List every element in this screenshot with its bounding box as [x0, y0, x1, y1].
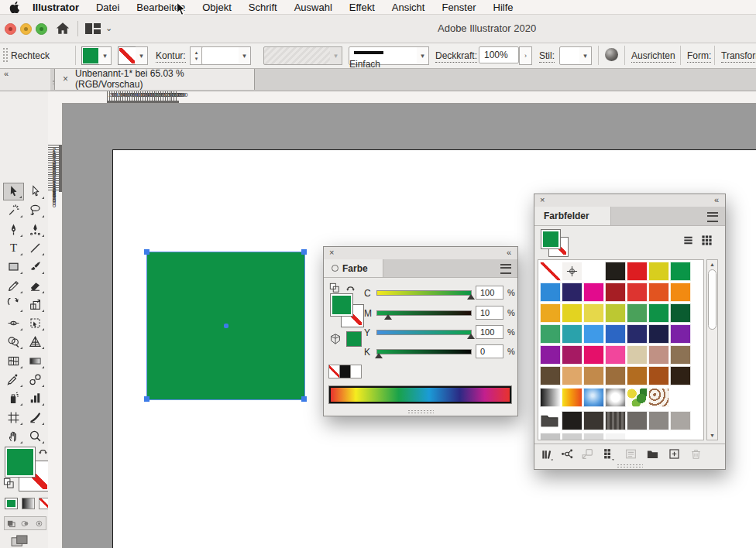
swatch[interactable]: [583, 345, 604, 365]
swatch[interactable]: [648, 411, 669, 430]
swatch[interactable]: [583, 303, 604, 323]
slider-thumb-C[interactable]: [467, 294, 475, 300]
swatch[interactable]: [562, 388, 582, 407]
align-link[interactable]: Ausrichten: [631, 50, 675, 63]
tool-line-segment[interactable]: [25, 239, 46, 257]
color-mode-button[interactable]: [5, 498, 18, 509]
stroke-weight-chevron[interactable]: ▾: [239, 46, 251, 65]
opacity-chevron[interactable]: ›: [519, 46, 532, 65]
brush-definition-select[interactable]: Einfach: [349, 46, 418, 65]
slider-track-Y[interactable]: [376, 330, 472, 335]
swatch[interactable]: [670, 411, 691, 430]
dock-collapse-icon[interactable]: «: [4, 69, 9, 78]
swatch[interactable]: [605, 262, 626, 281]
swatch-registration[interactable]: [562, 262, 582, 281]
menu-item-auswahl[interactable]: Auswahl: [286, 2, 341, 13]
tool-symbol-sprayer[interactable]: [3, 389, 24, 407]
panel-menu-icon[interactable]: [500, 264, 511, 274]
slider-value-Y[interactable]: 100: [476, 325, 503, 339]
new-swatch-icon[interactable]: [668, 447, 681, 461]
swatch[interactable]: [670, 345, 691, 365]
in-gamut-color-swatch[interactable]: [346, 331, 362, 347]
swatch[interactable]: [583, 366, 604, 385]
document-tab[interactable]: × Unbenannt-1* bei 65.03 % (RGB/Vorschau…: [54, 68, 255, 90]
tool-rectangle[interactable]: [3, 258, 24, 276]
tool-zoom[interactable]: [25, 427, 46, 445]
selection-handle[interactable]: [301, 396, 307, 402]
tool-magic-wand[interactable]: [3, 201, 24, 219]
none-swatch[interactable]: [328, 365, 340, 378]
fill-color-swatch[interactable]: [81, 46, 100, 65]
swatch[interactable]: [648, 262, 669, 281]
ruler-corner[interactable]: [48, 91, 63, 104]
out-of-gamut-cube-icon[interactable]: [329, 333, 342, 348]
color-group-folder[interactable]: [540, 411, 561, 430]
home-icon[interactable]: [55, 21, 70, 36]
swatch[interactable]: [540, 283, 561, 302]
swatch[interactable]: [605, 345, 626, 365]
stroke-color-swatch[interactable]: [118, 46, 136, 65]
swatch[interactable]: [562, 283, 582, 302]
slider-thumb-K[interactable]: [375, 353, 383, 358]
swatch[interactable]: [562, 433, 582, 440]
swatch[interactable]: [540, 366, 561, 385]
window-close-button[interactable]: [5, 23, 16, 35]
swatch[interactable]: [670, 303, 691, 323]
transform-link[interactable]: Transform: [721, 50, 756, 63]
tab-farbe[interactable]: Farbe: [324, 259, 383, 277]
tool-pen[interactable]: [3, 221, 24, 238]
slider-thumb-M[interactable]: [384, 314, 392, 320]
swatch[interactable]: [627, 345, 648, 365]
menu-item-hilfe[interactable]: Hilfe: [485, 2, 522, 13]
style-select[interactable]: [559, 46, 581, 65]
panel-menu-icon[interactable]: [707, 212, 718, 222]
swatch[interactable]: [648, 366, 669, 385]
new-color-group-icon[interactable]: [646, 447, 659, 461]
tab-farbfelder[interactable]: Farbfelder: [534, 207, 611, 225]
swatch[interactable]: [583, 324, 604, 344]
gradient-mode-button[interactable]: [22, 498, 35, 509]
tool-direct-selection[interactable]: [25, 183, 46, 200]
fill-proxy-swatch[interactable]: [541, 229, 561, 249]
swatch[interactable]: [605, 324, 626, 344]
tool-shape-builder[interactable]: [3, 333, 24, 351]
swatch[interactable]: [670, 283, 691, 302]
swatch[interactable]: [627, 262, 648, 281]
scrollbar-thumb[interactable]: [708, 269, 716, 330]
tool-blend[interactable]: [25, 371, 46, 389]
menu-item-datei[interactable]: Datei: [88, 2, 128, 13]
swatch[interactable]: [540, 324, 561, 344]
menu-item-effekt[interactable]: Effekt: [341, 2, 383, 13]
tool-scale[interactable]: [25, 296, 46, 313]
swatch[interactable]: [670, 262, 691, 281]
opacity-input[interactable]: 100%: [479, 46, 519, 63]
default-fill-stroke-icon[interactable]: [3, 478, 15, 492]
apple-menu-icon[interactable]: [9, 1, 21, 13]
swatch-libraries-menu-icon[interactable]: [541, 447, 554, 461]
swatch[interactable]: [648, 388, 669, 407]
menu-item-fenster[interactable]: Fenster: [433, 2, 484, 13]
swatch[interactable]: [648, 303, 669, 323]
tool-gradient[interactable]: [25, 352, 46, 370]
swatch[interactable]: [627, 303, 648, 323]
black-swatch[interactable]: [339, 365, 351, 378]
slider-track-K[interactable]: [376, 349, 472, 354]
swatch[interactable]: [627, 283, 648, 302]
slider-value-C[interactable]: 100: [476, 286, 503, 300]
document-tab-close-icon[interactable]: ×: [63, 74, 68, 84]
tool-width[interactable]: [3, 314, 24, 332]
tool-pencil[interactable]: [3, 277, 24, 295]
swatch[interactable]: [605, 388, 626, 407]
swatch[interactable]: [605, 283, 626, 302]
shape-link[interactable]: Form:: [687, 50, 711, 63]
tool-artboard[interactable]: [3, 409, 24, 426]
stroke-weight-label[interactable]: Kontur:: [156, 50, 186, 63]
menu-item-objekt[interactable]: Objekt: [194, 2, 240, 13]
collapse-icon[interactable]: «: [507, 248, 511, 257]
tool-type[interactable]: T: [3, 239, 24, 257]
stroke-dropdown-chevron[interactable]: ▾: [136, 46, 148, 65]
swatch[interactable]: [540, 303, 561, 323]
swatch[interactable]: [605, 433, 626, 440]
swatch-none[interactable]: [540, 262, 561, 281]
swatch[interactable]: [627, 324, 648, 344]
